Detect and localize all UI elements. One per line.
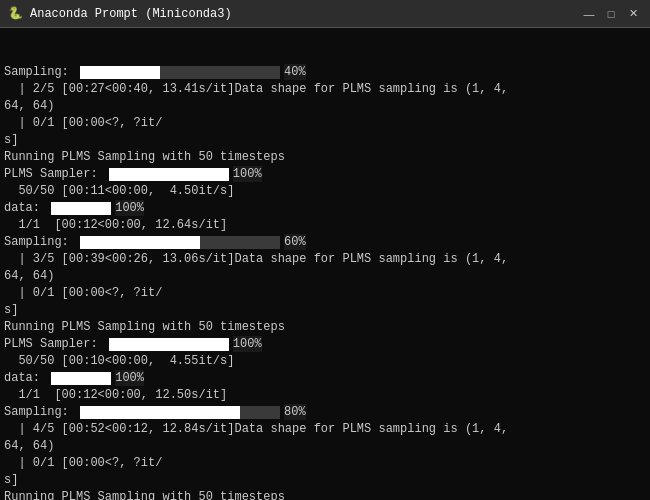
progress-percent: 100% <box>115 370 144 387</box>
title-controls: — □ ✕ <box>580 5 642 23</box>
progress-filled <box>51 202 111 215</box>
text-line: | 3/5 [00:39<00:26, 13.06s/it]Data shape… <box>4 251 508 268</box>
terminal-line: PLMS Sampler: 100% <box>4 166 646 183</box>
terminal-line: data: 100% <box>4 200 646 217</box>
text-line: | 4/5 [00:52<00:12, 12.84s/it]Data shape… <box>4 421 508 438</box>
progress-empty <box>160 66 280 79</box>
window-container: 🐍 Anaconda Prompt (Miniconda3) — □ ✕ Sam… <box>0 0 650 500</box>
text-line: 64, 64) <box>4 98 54 115</box>
text-line: s] <box>4 132 18 149</box>
terminal-line: Sampling: 40% <box>4 64 646 81</box>
terminal-line: s] <box>4 472 646 489</box>
minimize-button[interactable]: — <box>580 5 598 23</box>
text-line: Running PLMS Sampling with 50 timesteps <box>4 149 285 166</box>
text-line: 64, 64) <box>4 438 54 455</box>
terminal-line: | 3/5 [00:39<00:26, 13.06s/it]Data shape… <box>4 251 646 268</box>
window-title: Anaconda Prompt (Miniconda3) <box>30 7 232 21</box>
progress-label: Sampling: <box>4 64 76 81</box>
terminal-line: 1/1 [00:12<00:00, 12.64s/it] <box>4 217 646 234</box>
progress-label: data: <box>4 370 47 387</box>
terminal-line: | 4/5 [00:52<00:12, 12.84s/it]Data shape… <box>4 421 646 438</box>
terminal-line: Running PLMS Sampling with 50 timesteps <box>4 319 646 336</box>
text-line: | 0/1 [00:00<?, ?it/ <box>4 455 162 472</box>
app-icon: 🐍 <box>8 6 24 22</box>
terminal-line: 50/50 [00:11<00:00, 4.50it/s] <box>4 183 646 200</box>
progress-label: PLMS Sampler: <box>4 166 105 183</box>
progress-percent: 100% <box>233 336 262 353</box>
terminal-line: Sampling: 80% <box>4 404 646 421</box>
progress-percent: 100% <box>115 200 144 217</box>
terminal-line: | 0/1 [00:00<?, ?it/ <box>4 285 646 302</box>
text-line: 50/50 [00:11<00:00, 4.50it/s] <box>4 183 234 200</box>
text-line: | 2/5 [00:27<00:40, 13.41s/it]Data shape… <box>4 81 508 98</box>
maximize-button[interactable]: □ <box>602 5 620 23</box>
progress-filled <box>109 168 229 181</box>
terminal-line: 1/1 [00:12<00:00, 12.50s/it] <box>4 387 646 404</box>
text-line: 64, 64) <box>4 268 54 285</box>
text-line: 50/50 [00:10<00:00, 4.55it/s] <box>4 353 234 370</box>
progress-filled <box>109 338 229 351</box>
terminal-line: Running PLMS Sampling with 50 timesteps <box>4 489 646 500</box>
close-button[interactable]: ✕ <box>624 5 642 23</box>
progress-filled <box>80 236 200 249</box>
terminal-line: s] <box>4 132 646 149</box>
terminal-line: | 0/1 [00:00<?, ?it/ <box>4 455 646 472</box>
progress-label: PLMS Sampler: <box>4 336 105 353</box>
progress-percent: 40% <box>284 64 306 81</box>
terminal-line: Sampling: 60% <box>4 234 646 251</box>
terminal-line: | 2/5 [00:27<00:40, 13.41s/it]Data shape… <box>4 81 646 98</box>
progress-percent: 60% <box>284 234 306 251</box>
text-line: 1/1 [00:12<00:00, 12.50s/it] <box>4 387 227 404</box>
progress-label: Sampling: <box>4 404 76 421</box>
progress-filled <box>80 406 240 419</box>
progress-filled <box>51 372 111 385</box>
terminal-line: 64, 64) <box>4 268 646 285</box>
text-line: | 0/1 [00:00<?, ?it/ <box>4 285 162 302</box>
terminal-output: Sampling: 40% | 2/5 [00:27<00:40, 13.41s… <box>0 28 650 500</box>
text-line: Running PLMS Sampling with 50 timesteps <box>4 319 285 336</box>
terminal-line: data: 100% <box>4 370 646 387</box>
progress-percent: 100% <box>233 166 262 183</box>
progress-empty <box>240 406 280 419</box>
progress-label: Sampling: <box>4 234 76 251</box>
terminal-line: PLMS Sampler: 100% <box>4 336 646 353</box>
text-line: 1/1 [00:12<00:00, 12.64s/it] <box>4 217 227 234</box>
terminal-line: 50/50 [00:10<00:00, 4.55it/s] <box>4 353 646 370</box>
text-line: s] <box>4 302 18 319</box>
progress-empty <box>200 236 280 249</box>
text-line: s] <box>4 472 18 489</box>
text-line: Running PLMS Sampling with 50 timesteps <box>4 489 285 500</box>
title-bar: 🐍 Anaconda Prompt (Miniconda3) — □ ✕ <box>0 0 650 28</box>
terminal-line: 64, 64) <box>4 98 646 115</box>
terminal-line: Running PLMS Sampling with 50 timesteps <box>4 149 646 166</box>
progress-label: data: <box>4 200 47 217</box>
terminal-line: | 0/1 [00:00<?, ?it/ <box>4 115 646 132</box>
terminal-line: 64, 64) <box>4 438 646 455</box>
terminal-line: s] <box>4 302 646 319</box>
text-line: | 0/1 [00:00<?, ?it/ <box>4 115 162 132</box>
title-left: 🐍 Anaconda Prompt (Miniconda3) <box>8 6 232 22</box>
progress-percent: 80% <box>284 404 306 421</box>
progress-filled <box>80 66 160 79</box>
